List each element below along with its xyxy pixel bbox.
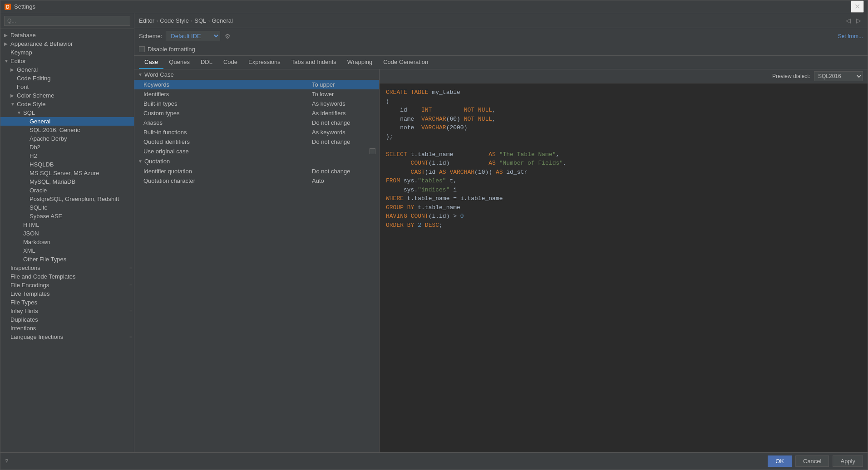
scroll-icon: ≡ — [129, 308, 132, 313]
sidebar-item-oracle[interactable]: Oracle — [0, 186, 134, 195]
sidebar-item-db2[interactable]: Db2 — [0, 143, 134, 152]
sidebar-item-live-templates[interactable]: Live Templates — [0, 289, 134, 298]
sidebar-item-editor[interactable]: ▼ Editor — [0, 57, 134, 65]
sidebar-item-postgresql[interactable]: PostgreSQL, Greenplum, Redshift — [0, 195, 134, 203]
sidebar-item-mysql[interactable]: MySQL, MariaDB — [0, 177, 134, 186]
app-icon: D — [4, 3, 11, 10]
sidebar-item-code-style[interactable]: ▼ Code Style — [0, 100, 134, 108]
disable-formatting-checkbox[interactable] — [139, 46, 145, 52]
tab-queries[interactable]: Queries — [163, 56, 195, 69]
gear-icon[interactable]: ⚙ — [224, 32, 232, 41]
arrow-icon — [4, 283, 10, 288]
config-val-builtin-functions: As keywords — [312, 129, 375, 136]
word-case-header[interactable]: ▼ Word Case — [134, 69, 379, 80]
arrow-icon — [23, 127, 30, 132]
config-row-use-original-case[interactable]: Use original case — [134, 147, 379, 156]
config-row-identifiers[interactable]: Identifiers To lower — [134, 89, 379, 99]
use-original-case-checkbox[interactable] — [370, 148, 375, 154]
search-input[interactable] — [4, 16, 130, 26]
arrow-icon — [23, 119, 30, 124]
sidebar-item-sql[interactable]: ▼ SQL — [0, 108, 134, 117]
arrow-icon — [23, 136, 30, 141]
tab-tabs-and-indents[interactable]: Tabs and Indents — [286, 56, 342, 69]
sidebar-item-xml[interactable]: XML — [0, 246, 134, 255]
config-row-builtin-types[interactable]: Built-in types As keywords — [134, 99, 379, 108]
sidebar-item-database[interactable]: ▶ Database — [0, 31, 134, 39]
sidebar-item-language-injections[interactable]: Language Injections ≡ — [0, 333, 134, 341]
settings-window: D Settings ✕ ▶ Database ▶ Appearance & B… — [0, 0, 868, 470]
sidebar-item-json[interactable]: JSON — [0, 229, 134, 238]
arrow-icon — [23, 145, 30, 150]
arrow-icon — [10, 76, 17, 81]
config-row-aliases[interactable]: Aliases Do not change — [134, 118, 379, 127]
sidebar-item-h2[interactable]: H2 — [0, 152, 134, 160]
sidebar-item-markdown[interactable]: Markdown — [0, 238, 134, 246]
sidebar-item-color-scheme[interactable]: ▶ Color Scheme — [0, 91, 134, 100]
scheme-label: Scheme: — [139, 33, 162, 39]
sidebar-item-inlay-hints[interactable]: Inlay Hints ≡ — [0, 307, 134, 315]
sidebar-item-general[interactable]: ▶ General — [0, 65, 134, 74]
tab-expressions[interactable]: Expressions — [243, 56, 286, 69]
sidebar-item-appearance-behavior[interactable]: ▶ Appearance & Behavior — [0, 39, 134, 48]
config-row-identifier-quotation[interactable]: Identifier quotation Do not change — [134, 166, 379, 176]
close-button[interactable]: ✕ — [851, 0, 864, 13]
arrow-icon — [4, 308, 10, 313]
dialect-select[interactable]: SQL2016 MySQL PostgreSQL Oracle — [814, 71, 863, 81]
scheme-select[interactable]: Default IDE Project — [166, 31, 220, 41]
quotation-label: Quotation — [144, 158, 170, 165]
forward-button[interactable]: ▷ — [854, 16, 863, 25]
arrow-icon — [4, 265, 10, 270]
breadcrumb-sep: › — [208, 17, 210, 24]
sidebar-item-hsqldb[interactable]: HSQLDB — [0, 160, 134, 169]
ok-button[interactable]: OK — [768, 455, 792, 467]
sidebar-item-file-code-templates[interactable]: File and Code Templates — [0, 272, 134, 281]
sidebar-item-duplicates[interactable]: Duplicates — [0, 315, 134, 324]
svg-text:D: D — [6, 5, 9, 10]
arrow-icon — [17, 222, 23, 227]
sidebar-item-sybase[interactable]: Sybase ASE — [0, 212, 134, 220]
arrow-icon — [4, 274, 10, 279]
tab-case[interactable]: Case — [139, 56, 163, 69]
breadcrumb-sql: SQL — [194, 17, 206, 24]
section-arrow-icon: ▼ — [138, 72, 143, 77]
tab-code[interactable]: Code — [218, 56, 243, 69]
sidebar-item-html[interactable]: HTML — [0, 220, 134, 229]
sidebar-item-ms-sql[interactable]: MS SQL Server, MS Azure — [0, 169, 134, 177]
config-row-custom-types[interactable]: Custom types As identifiers — [134, 108, 379, 118]
scroll-icon: ≡ — [129, 265, 132, 270]
quotation-header[interactable]: ▼ Quotation — [134, 156, 379, 166]
cancel-button[interactable]: Cancel — [795, 455, 829, 467]
config-row-quoted-identifiers[interactable]: Quoted identifiers Do not change — [134, 137, 379, 147]
config-key-quotation-character: Quotation character — [143, 177, 312, 184]
sidebar-item-file-types[interactable]: File Types — [0, 298, 134, 307]
code-line — [386, 141, 861, 150]
tab-ddl[interactable]: DDL — [195, 56, 218, 69]
set-from-link[interactable]: Set from... — [838, 33, 863, 39]
sidebar-item-apache-derby[interactable]: Apache Derby — [0, 134, 134, 143]
tab-wrapping[interactable]: Wrapping — [342, 56, 378, 69]
breadcrumb: Editor › Code Style › SQL › General — [139, 17, 233, 24]
tab-code-generation[interactable]: Code Generation — [378, 56, 434, 69]
sidebar-item-intentions[interactable]: Intentions — [0, 324, 134, 333]
arrow-icon — [4, 50, 10, 55]
sidebar-item-code-editing[interactable]: Code Editing — [0, 74, 134, 83]
sidebar-item-sqlite[interactable]: SQLite — [0, 203, 134, 212]
sidebar-item-font[interactable]: Font — [0, 83, 134, 91]
help-icon[interactable]: ? — [5, 458, 8, 465]
back-button[interactable]: ◁ — [844, 16, 853, 25]
arrow-icon — [4, 300, 10, 305]
code-line: GROUP BY t.table_name — [386, 203, 861, 212]
sidebar-item-keymap[interactable]: Keymap — [0, 48, 134, 57]
config-row-quotation-character[interactable]: Quotation character Auto — [134, 176, 379, 186]
sidebar-item-inspections[interactable]: Inspections ≡ — [0, 264, 134, 272]
arrow-icon — [23, 162, 30, 167]
sidebar-item-other-file-types[interactable]: Other File Types — [0, 255, 134, 264]
sidebar-item-sql-general[interactable]: General — [0, 117, 134, 126]
config-row-builtin-functions[interactable]: Built-in functions As keywords — [134, 127, 379, 137]
code-line: HAVING COUNT(i.id) > 0 — [386, 212, 861, 221]
sidebar-item-file-encodings[interactable]: File Encodings ≡ — [0, 281, 134, 289]
sidebar-item-sql2016[interactable]: SQL:2016, Generic — [0, 126, 134, 134]
config-row-keywords[interactable]: Keywords To upper — [134, 80, 379, 89]
arrow-icon: ▼ — [4, 59, 10, 64]
apply-button[interactable]: Apply — [833, 455, 863, 467]
